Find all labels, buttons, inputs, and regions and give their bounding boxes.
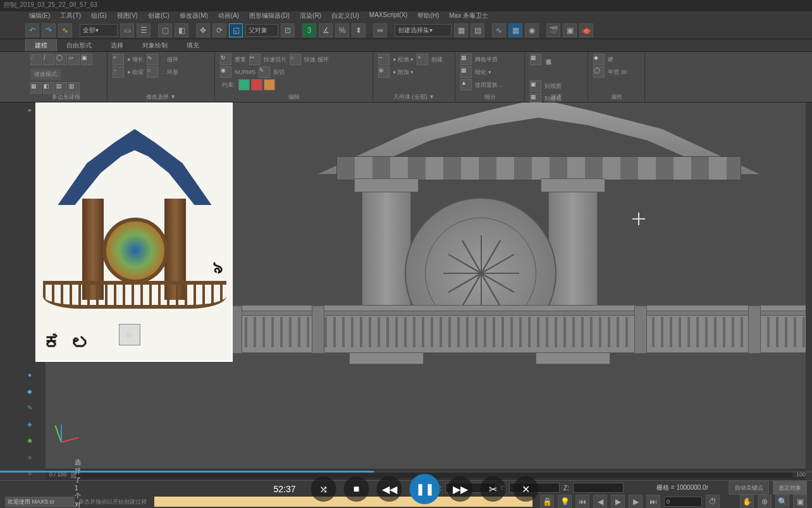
relax-icon[interactable]: ~ (378, 54, 390, 65)
menu-view[interactable]: 视图(V) (113, 11, 142, 22)
material-icon[interactable]: ◉ (525, 23, 539, 37)
repeat-icon[interactable]: ↻ (220, 54, 231, 65)
usedis-icon[interactable]: ▲ (460, 79, 472, 90)
brush-icon[interactable]: ✎ (25, 400, 34, 415)
ico1[interactable]: ▦ (30, 82, 42, 94)
create2-icon[interactable]: + (417, 54, 428, 65)
selfilter-button[interactable]: 选定对象 (773, 481, 807, 495)
ico4[interactable]: ▥ (68, 82, 80, 94)
border-icon[interactable]: ◯ (56, 54, 67, 65)
player-rewind-icon[interactable]: ◀◀ (377, 476, 402, 502)
play-prev-icon[interactable]: ◀ (593, 495, 607, 508)
quickloop-icon[interactable]: ○ (290, 54, 301, 65)
schematic-icon[interactable]: ▦ (508, 23, 522, 37)
redo-icon[interactable]: ↷ (42, 23, 56, 37)
quickslice-icon[interactable]: ✂ (249, 54, 261, 65)
tab-freeform[interactable]: 自由形式 (57, 39, 101, 51)
menu-edit[interactable]: 编辑(E) (25, 11, 54, 22)
frame-input[interactable] (664, 497, 702, 507)
menu-anim[interactable]: 动画(A) (214, 11, 243, 22)
scale-icon[interactable]: ◱ (229, 23, 243, 37)
cut-icon[interactable]: ✎ (259, 66, 270, 78)
percent-snap-icon[interactable]: % (335, 23, 349, 37)
poly-icon[interactable]: ▱ (68, 54, 80, 65)
undo-icon[interactable]: ↶ (25, 23, 39, 37)
isolate-icon[interactable]: 💡 (558, 495, 572, 508)
drop-icon[interactable]: ◆ (25, 383, 34, 399)
tess-icon[interactable]: ▦ (460, 66, 472, 78)
attach-icon[interactable]: ⊕ (378, 66, 390, 78)
play-icon[interactable]: ▶ (611, 495, 625, 508)
curve-editor-icon[interactable]: ∿ (492, 23, 506, 37)
shrink-icon[interactable]: − (113, 66, 124, 78)
nurms-icon[interactable]: ◉ (220, 66, 231, 78)
player-close-icon[interactable]: ✕ (514, 476, 539, 502)
rect-select-icon[interactable]: ▢ (158, 23, 172, 37)
cube-icon[interactable]: ◈ (25, 416, 34, 431)
edge-icon[interactable]: / (43, 54, 54, 65)
window-crossing-icon[interactable]: ◧ (175, 23, 188, 37)
reference-image[interactable]: ಕ ಲ ৯ ◎ (35, 102, 233, 362)
snap-toggle-icon[interactable]: 3 (302, 23, 316, 37)
time-config-icon[interactable]: ⏱ (706, 495, 720, 508)
menu-group[interactable]: 组(G) (87, 11, 110, 22)
coord-system[interactable]: 父对象 (245, 24, 278, 37)
named-selection[interactable]: 创建选择集 ▾ (395, 24, 452, 37)
spinner-snap-icon[interactable]: ⬍ (352, 23, 366, 37)
pivot-icon[interactable]: ⊡ (281, 23, 295, 37)
side1-icon[interactable]: ▸ (25, 104, 34, 115)
align-icon[interactable]: ▦ (454, 23, 468, 37)
zoom-icon[interactable]: 🔍 (775, 495, 789, 508)
selection-filter[interactable]: 全部 ▾ (80, 24, 118, 37)
menu-antivirus[interactable]: Max 杀毒卫士 (445, 11, 492, 22)
player-stop-icon[interactable]: ■ (344, 476, 369, 502)
constrain-edge[interactable] (251, 79, 262, 90)
menu-tools[interactable]: 工具(T) (56, 11, 85, 22)
menu-graph[interactable]: 图形编辑器(D) (245, 11, 293, 22)
element-icon[interactable]: ▣ (81, 54, 92, 65)
select-name-icon[interactable]: ☰ (137, 23, 151, 37)
ico2[interactable]: ◧ (43, 82, 54, 94)
rotate-icon[interactable]: ⟳ (212, 23, 226, 37)
ring-icon[interactable]: ○ (147, 66, 158, 78)
toview-icon[interactable]: ▣ (530, 80, 541, 92)
leaf-icon[interactable]: ❀ (25, 433, 34, 448)
coord-z-input[interactable] (573, 483, 624, 493)
orbit-icon[interactable]: ⊕ (758, 495, 772, 508)
play-next-icon[interactable]: ▶ (629, 495, 643, 508)
link-icon[interactable]: ∿ (58, 23, 72, 37)
autokey-button[interactable]: 自动关键点 (729, 481, 769, 495)
player-screenshot-icon[interactable]: ✂ (481, 476, 506, 502)
gen-topo-icon[interactable]: ▦ (530, 54, 541, 65)
ico3[interactable]: ▤ (56, 82, 67, 94)
move-icon[interactable]: ✥ (196, 23, 210, 37)
sphere-icon[interactable]: ● (25, 367, 34, 382)
render-icon[interactable]: 🫖 (579, 23, 593, 37)
player-pause-icon[interactable]: ❚❚ (410, 474, 440, 504)
mirror-icon[interactable]: ⇔ (373, 23, 387, 37)
constrain-none[interactable] (238, 79, 250, 90)
constrain-face[interactable] (264, 79, 275, 90)
video-progress[interactable] (0, 471, 812, 473)
menu-modifier[interactable]: 修改器(M) (176, 11, 212, 22)
hard-icon[interactable]: ◆ (593, 54, 605, 65)
grow-icon[interactable]: + (113, 54, 124, 65)
lock-icon[interactable]: 🔒 (540, 495, 554, 508)
menu-custom[interactable]: 自定义(U) (328, 11, 363, 22)
menu-help[interactable]: 帮助(H) (414, 11, 443, 22)
render-frame-icon[interactable]: ▣ (563, 23, 577, 37)
msmooth-icon[interactable]: ▦ (460, 54, 472, 65)
tab-selection[interactable]: 选择 (101, 39, 133, 51)
pan-icon[interactable]: ✋ (740, 495, 754, 508)
select-icon[interactable]: ▭ (120, 23, 134, 37)
tab-populate[interactable]: 填充 (177, 39, 209, 51)
play-end-icon[interactable]: ⏭ (646, 495, 660, 508)
play-start-icon[interactable]: ⏮ (575, 495, 589, 508)
tab-objectpaint[interactable]: 对象绘制 (133, 39, 177, 51)
player-forward-icon[interactable]: ▶▶ (448, 476, 473, 502)
smooth-icon[interactable]: ◯ (593, 66, 605, 78)
layers-icon[interactable]: ▤ (471, 23, 484, 37)
loop-icon[interactable]: ∿ (147, 54, 158, 65)
angle-snap-icon[interactable]: ∡ (319, 23, 333, 37)
max-viewport-icon[interactable]: ▣ (793, 495, 807, 508)
